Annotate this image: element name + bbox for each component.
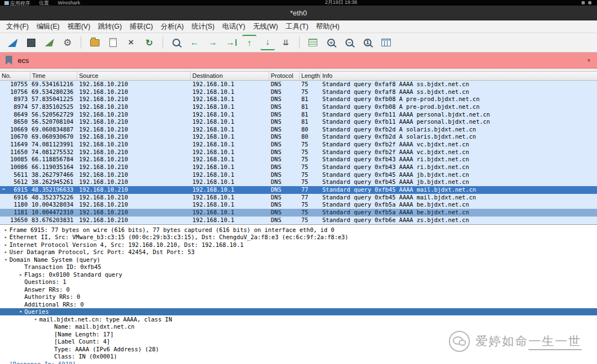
start-capture-icon[interactable] — [6, 35, 20, 50]
column-header-info[interactable]: Info — [321, 72, 597, 80]
zoom-in-icon[interactable] — [324, 35, 338, 50]
zoom-original-icon[interactable] — [360, 35, 375, 50]
detail-line[interactable]: ▾ mail.bjdxt.net.cn: type AAAA, class IN — [0, 315, 597, 323]
reload-icon[interactable] — [142, 35, 156, 50]
column-header-protocol[interactable]: Protocol — [269, 72, 300, 80]
menu-item[interactable]: 捕获(C) — [125, 21, 156, 33]
close-file-icon[interactable] — [124, 35, 138, 50]
system-tray[interactable] — [582, 0, 591, 4]
go-previous-icon[interactable]: ← — [187, 35, 202, 50]
packet-row[interactable]: 10086 66.119035164 192.168.10.210 192.16… — [0, 163, 597, 171]
menu-item[interactable]: 视图(V) — [64, 21, 95, 33]
watermark: 爱婷如命一生一世 — [449, 331, 582, 352]
detail-line[interactable]: ▸ User Datagram Protocol, Src Port: 4245… — [0, 249, 597, 256]
expander-icon[interactable]: ▾ — [32, 316, 39, 322]
packet-row[interactable]: 10670 69.060930670 192.168.10.210 192.16… — [0, 133, 597, 141]
expander-icon[interactable]: ▸ — [2, 227, 9, 233]
packet-time: 57.835102525 — [30, 103, 77, 111]
detail-line[interactable]: [Response In: 6919] — [0, 360, 597, 364]
packet-no: 10756 — [7, 88, 30, 96]
wireshark-taskbar-item[interactable]: Wireshark — [58, 0, 81, 6]
packet-info: Standard query 0xfb45 AAAA jb.bjdxt.net.… — [321, 171, 597, 179]
go-first-packet-icon[interactable]: ↑ — [242, 35, 256, 50]
packet-row[interactable]: 5611 38.262797466 192.168.10.210 192.168… — [0, 171, 597, 179]
packet-length: 75 — [300, 88, 321, 96]
column-header-time[interactable]: Time — [30, 72, 77, 80]
applications-menu[interactable]: 应用程序 — [4, 0, 30, 6]
detail-line[interactable]: Questions: 1 — [0, 278, 597, 286]
packet-row[interactable]: 8974 57.835102525 192.168.10.210 192.168… — [0, 103, 597, 111]
packet-destination: 192.168.10.1 — [191, 217, 269, 224]
detail-line[interactable]: Transaction ID: 0xfb45 — [0, 263, 597, 271]
packet-row[interactable]: 11649 74.081123991 192.168.10.210 192.16… — [0, 141, 597, 149]
open-file-icon[interactable] — [87, 35, 102, 50]
packet-row[interactable]: → 6915 48.352196633 192.168.10.210 192.1… — [0, 186, 597, 194]
packet-row[interactable]: 6916 48.352375226 192.168.10.210 192.168… — [0, 194, 597, 202]
packet-row[interactable]: 10756 69.534280236 192.168.10.210 192.16… — [0, 88, 597, 96]
expander-icon[interactable]: ▸ — [2, 242, 9, 247]
packet-info: Standard query 0xfb2f AAAA vc.bjdxt.net.… — [321, 141, 597, 149]
column-header-no[interactable]: No. — [0, 72, 30, 80]
system-clock[interactable]: 2月19日 19:38 — [325, 0, 357, 6]
auto-scroll-icon[interactable] — [279, 35, 293, 50]
expander-icon[interactable]: ▸ — [2, 234, 9, 240]
menu-item[interactable]: 帮助(H) — [312, 21, 343, 33]
packet-row[interactable]: 8650 56.520708104 192.168.10.210 192.168… — [0, 118, 597, 126]
detail-line[interactable]: ▸ Ethernet II, Src: VMware_b3:c3:15 (00:… — [0, 234, 597, 241]
expander-icon[interactable]: ▸ — [2, 249, 9, 255]
column-header-destination[interactable]: Destination — [191, 72, 269, 80]
go-last-packet-icon[interactable]: ↓ — [260, 35, 275, 50]
colorize-icon[interactable] — [306, 35, 320, 50]
packet-row[interactable]: 10085 66.118856784 192.168.10.210 192.16… — [0, 156, 597, 163]
detail-line[interactable]: Class: IN (0x0001) — [0, 353, 597, 361]
menu-item[interactable]: 编辑(E) — [33, 21, 64, 33]
expander-icon[interactable]: ▸ — [17, 272, 24, 277]
go-to-packet-icon[interactable]: → — [224, 35, 238, 50]
packet-row[interactable]: 8649 56.520562729 192.168.10.210 192.168… — [0, 111, 597, 119]
menu-item[interactable]: 跳转(G) — [94, 21, 125, 33]
restart-capture-icon[interactable] — [42, 35, 56, 50]
detail-line[interactable]: Authority RRs: 0 — [0, 293, 597, 301]
stop-capture-icon[interactable] — [24, 35, 38, 50]
detail-line[interactable]: Name: mail.bjdxt.net.cn — [0, 323, 597, 331]
filter-bookmark-icon[interactable] — [6, 56, 12, 65]
menu-item[interactable]: 无线(W) — [249, 21, 282, 33]
packet-row[interactable]: 10755 69.534161216 192.168.10.210 192.16… — [0, 81, 597, 88]
filter-dropdown-icon[interactable]: ▾ — [587, 57, 590, 64]
packet-source: 192.168.10.210 — [77, 201, 191, 209]
detail-line[interactable]: ▸ Frame 6915: 77 bytes on wire (616 bits… — [0, 226, 597, 234]
capture-options-icon[interactable] — [60, 35, 75, 50]
packet-row[interactable]: 5612 38.262945261 192.168.10.210 192.168… — [0, 178, 597, 186]
detail-line[interactable]: ▾ Domain Name System (query) — [0, 256, 597, 263]
packet-row[interactable]: 1181 10.004472310 192.168.10.210 192.168… — [0, 209, 597, 217]
find-packet-icon[interactable] — [169, 35, 184, 50]
detail-line[interactable]: ▾ Queries — [0, 308, 597, 316]
menu-item[interactable]: 文件(F) — [2, 21, 33, 33]
expander-icon[interactable]: ▾ — [2, 257, 9, 262]
zoom-out-icon[interactable] — [342, 35, 357, 50]
menu-item[interactable]: 工具(T) — [282, 21, 312, 33]
column-header-length[interactable]: Length — [300, 72, 321, 80]
places-menu[interactable]: 位置 — [39, 0, 49, 6]
detail-line[interactable]: Answer RRs: 0 — [0, 286, 597, 293]
detail-line[interactable]: Additional RRs: 0 — [0, 300, 597, 308]
display-filter-input[interactable] — [17, 56, 587, 65]
packet-row[interactable]: 1180 10.004328034 192.168.10.210 192.168… — [0, 201, 597, 209]
resize-columns-icon[interactable] — [379, 35, 393, 50]
detail-line[interactable]: ▸ Internet Protocol Version 4, Src: 192.… — [0, 241, 597, 249]
expander-icon[interactable]: ▾ — [17, 309, 24, 314]
packet-time: 48.352196633 — [30, 186, 77, 194]
packet-row[interactable]: 11650 74.081275532 192.168.10.210 192.16… — [0, 149, 597, 156]
packet-row[interactable]: 8973 57.835041225 192.168.10.210 192.168… — [0, 96, 597, 103]
packet-row[interactable]: 10669 69.060834887 192.168.10.210 192.16… — [0, 126, 597, 134]
menu-item[interactable]: 统计(S) — [187, 21, 218, 33]
save-file-icon[interactable] — [106, 35, 120, 50]
packet-row[interactable]: 13650 83.676203831 192.168.10.210 192.16… — [0, 217, 597, 224]
go-next-icon[interactable]: → — [206, 35, 220, 50]
packet-source: 192.168.10.210 — [77, 118, 191, 126]
menu-item[interactable]: 分析(A) — [157, 21, 188, 33]
related-packet-icon — [0, 88, 7, 96]
detail-line[interactable]: ▸ Flags: 0x0100 Standard query — [0, 271, 597, 278]
column-header-source[interactable]: Source — [77, 72, 191, 80]
menu-item[interactable]: 电话(Y) — [218, 21, 249, 33]
